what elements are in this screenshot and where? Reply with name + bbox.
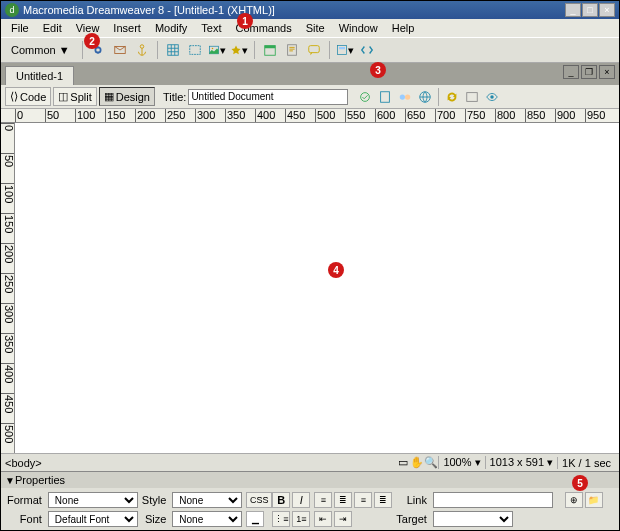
svg-point-13 (400, 94, 405, 99)
insert-category-label: Common (11, 44, 56, 56)
menu-window[interactable]: Window (333, 21, 384, 35)
outdent-button[interactable]: ⇤ (314, 511, 332, 527)
browse-for-file-icon[interactable]: 📁 (585, 492, 603, 508)
refresh-design-view-icon[interactable] (443, 88, 461, 106)
file-management-icon[interactable] (396, 88, 414, 106)
email-link-icon[interactable] (111, 41, 129, 59)
align-right-button[interactable]: ≡ (354, 492, 372, 508)
window-title: Macromedia Dreamweaver 8 - [Untitled-1 (… (23, 4, 565, 16)
svg-point-17 (491, 95, 495, 99)
menu-help[interactable]: Help (386, 21, 421, 35)
italic-button[interactable]: I (292, 492, 310, 508)
zoom-tool-icon[interactable]: 🔍 (424, 456, 438, 470)
preview-debug-icon[interactable] (416, 88, 434, 106)
svg-rect-16 (467, 92, 478, 101)
visual-aids-icon[interactable] (483, 88, 501, 106)
select-tool-icon[interactable]: ▭ (396, 456, 410, 470)
link-label: Link (396, 494, 429, 506)
svg-rect-9 (337, 46, 346, 55)
document-area: 0 50 100 150 200 250 300 350 400 450 500 (1, 123, 619, 453)
svg-rect-2 (189, 46, 200, 55)
table-icon[interactable] (164, 41, 182, 59)
style-label: Style (142, 494, 168, 506)
document-tab-bar: Untitled-1 _ ❐ × (1, 63, 619, 85)
svg-point-11 (361, 92, 370, 101)
image-icon[interactable]: ▾ (208, 41, 226, 59)
size-select[interactable]: None (172, 511, 242, 527)
horizontal-ruler: 0 50 100 150 200 250 300 350 400 450 500… (1, 109, 619, 123)
minimize-button[interactable]: _ (565, 3, 581, 17)
svg-point-14 (405, 94, 410, 99)
svg-rect-10 (339, 47, 345, 49)
view-options-icon[interactable] (463, 88, 481, 106)
split-icon: ◫ (58, 90, 68, 103)
menu-text[interactable]: Text (195, 21, 227, 35)
window-size[interactable]: 1013 x 591 ▾ (485, 456, 558, 469)
menu-commands[interactable]: Commands (229, 21, 297, 35)
title-label: Title: (163, 91, 186, 103)
maximize-button[interactable]: □ (582, 3, 598, 17)
target-label: Target (396, 513, 429, 525)
font-select[interactable]: Default Font (48, 511, 138, 527)
point-to-file-icon[interactable]: ⊕ (565, 492, 583, 508)
svg-rect-8 (308, 46, 319, 53)
size-label: Size (142, 513, 168, 525)
close-button[interactable]: × (599, 3, 615, 17)
svg-point-4 (211, 48, 213, 50)
svg-rect-7 (287, 45, 296, 56)
title-bar: d Macromedia Dreamweaver 8 - [Untitled-1… (1, 1, 619, 19)
vertical-ruler: 0 50 100 150 200 250 300 350 400 450 500 (1, 123, 15, 453)
align-center-button[interactable]: ≣ (334, 492, 352, 508)
format-select[interactable]: None (48, 492, 138, 508)
tag-chooser-icon[interactable] (358, 41, 376, 59)
validate-markup-icon[interactable] (376, 88, 394, 106)
unordered-list-button[interactable]: ⋮≡ (272, 511, 290, 527)
design-icon: ▦ (104, 90, 114, 103)
document-tab[interactable]: Untitled-1 (5, 66, 74, 85)
date-icon[interactable] (261, 41, 279, 59)
menu-modify[interactable]: Modify (149, 21, 193, 35)
named-anchor-icon[interactable] (133, 41, 151, 59)
text-color-button[interactable]: ▁ (246, 511, 264, 527)
comment-icon[interactable] (305, 41, 323, 59)
doc-minimize-button[interactable]: _ (563, 65, 579, 79)
menu-file[interactable]: File (5, 21, 35, 35)
doc-close-button[interactable]: × (599, 65, 615, 79)
link-input[interactable] (433, 492, 553, 508)
menu-view[interactable]: View (70, 21, 106, 35)
menu-insert[interactable]: Insert (107, 21, 147, 35)
menu-site[interactable]: Site (300, 21, 331, 35)
properties-header[interactable]: ▼ Properties (1, 472, 619, 488)
svg-rect-12 (381, 91, 390, 102)
insert-category-dropdown[interactable]: Common ▼ (5, 42, 76, 58)
indent-button[interactable]: ⇥ (334, 511, 352, 527)
design-view-button[interactable]: ▦Design (99, 87, 155, 106)
status-bar: <body> ▭ ✋ 🔍 100% ▾ 1013 x 591 ▾ 1K / 1 … (1, 453, 619, 471)
server-side-include-icon[interactable] (283, 41, 301, 59)
align-left-button[interactable]: ≡ (314, 492, 332, 508)
style-select[interactable]: None (172, 492, 242, 508)
bold-button[interactable]: B (272, 492, 290, 508)
menu-bar: File Edit View Insert Modify Text Comman… (1, 19, 619, 37)
tag-selector[interactable]: <body> (5, 457, 396, 469)
code-view-button[interactable]: ⟨⟩Code (5, 87, 51, 106)
templates-icon[interactable]: ▾ (336, 41, 354, 59)
code-icon: ⟨⟩ (10, 90, 18, 103)
doc-restore-button[interactable]: ❐ (581, 65, 597, 79)
no-browser-check-icon[interactable] (356, 88, 374, 106)
hyperlink-icon[interactable] (89, 41, 107, 59)
zoom-level[interactable]: 100% ▾ (438, 456, 484, 469)
ordered-list-button[interactable]: 1≡ (292, 511, 310, 527)
svg-rect-1 (167, 45, 178, 56)
menu-edit[interactable]: Edit (37, 21, 68, 35)
document-title-input[interactable] (188, 89, 348, 105)
hand-tool-icon[interactable]: ✋ (410, 456, 424, 470)
css-button[interactable]: CSS (246, 492, 272, 508)
target-select[interactable] (433, 511, 513, 527)
properties-panel: ▼ Properties Format None Style None CSS … (1, 471, 619, 531)
design-canvas[interactable] (15, 123, 619, 453)
media-icon[interactable]: ▾ (230, 41, 248, 59)
split-view-button[interactable]: ◫Split (53, 87, 96, 106)
div-icon[interactable] (186, 41, 204, 59)
align-justify-button[interactable]: ≣ (374, 492, 392, 508)
